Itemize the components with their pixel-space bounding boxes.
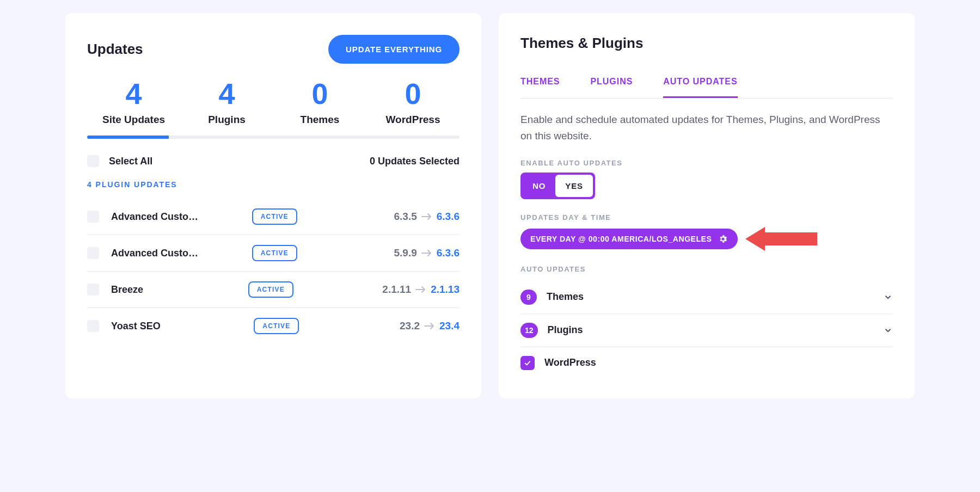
- plugin-update-row: Advanced Custo… ACTIVE 5.9.9 6.3.6: [87, 235, 460, 272]
- count-badge: 9: [520, 290, 537, 305]
- themes-plugins-title: Themes & Plugins: [520, 35, 893, 52]
- updates-selected-count: 0 Updates Selected: [370, 156, 460, 167]
- updates-title: Updates: [87, 41, 143, 58]
- toggle-yes[interactable]: YES: [555, 175, 593, 197]
- tab-auto-updates[interactable]: AUTO UPDATES: [663, 67, 737, 98]
- themes-plugins-tabs: THEMES PLUGINS AUTO UPDATES: [520, 67, 893, 99]
- version-to: 2.1.13: [431, 284, 460, 296]
- toggle-no[interactable]: NO: [523, 175, 555, 197]
- themes-plugins-card: Themes & Plugins THEMES PLUGINS AUTO UPD…: [499, 13, 915, 398]
- stat-plugins[interactable]: 4 Plugins: [180, 79, 273, 126]
- enable-auto-updates-label: ENABLE AUTO UPDATES: [520, 159, 893, 167]
- plugin-name: Yoast SEO: [111, 321, 204, 332]
- version-to: 23.4: [439, 320, 460, 332]
- arrow-right-icon: [421, 249, 432, 257]
- select-all-checkbox[interactable]: [87, 155, 99, 167]
- version-from: 6.3.5: [394, 211, 416, 223]
- active-badge: ACTIVE: [252, 208, 297, 225]
- plugin-checkbox[interactable]: [87, 284, 99, 296]
- stat-value: 0: [273, 79, 366, 108]
- wordpress-checkbox[interactable]: [520, 356, 535, 370]
- stat-value: 4: [180, 79, 273, 108]
- plugin-version: 5.9.9 6.3.6: [394, 247, 460, 259]
- plugin-checkbox[interactable]: [87, 211, 99, 223]
- stat-label: Site Updates: [87, 114, 180, 126]
- active-badge: ACTIVE: [248, 281, 293, 298]
- select-all-label: Select All: [109, 156, 152, 167]
- auto-updates-item-label: Plugins: [548, 324, 583, 336]
- auto-updates-item-label: WordPress: [544, 357, 596, 368]
- auto-updates-row-wordpress[interactable]: WordPress: [520, 347, 893, 379]
- stat-label: Plugins: [180, 114, 273, 126]
- plugin-checkbox[interactable]: [87, 247, 99, 259]
- stat-wordpress[interactable]: 0 WordPress: [366, 79, 460, 126]
- stat-site-updates[interactable]: 4 Site Updates: [87, 79, 180, 126]
- count-badge: 12: [520, 323, 538, 338]
- active-badge: ACTIVE: [254, 318, 299, 334]
- updates-card: Updates UPDATE EVERYTHING 4 Site Updates…: [65, 13, 481, 398]
- active-badge: ACTIVE: [252, 245, 297, 261]
- plugin-checkbox[interactable]: [87, 320, 99, 332]
- version-to: 6.3.6: [437, 247, 460, 259]
- enable-auto-updates-toggle[interactable]: NO YES: [520, 173, 595, 199]
- plugin-update-row: Advanced Custo… ACTIVE 6.3.5 6.3.6: [87, 199, 460, 235]
- auto-updates-list: 9 Themes 12 Plugins WordPress: [520, 281, 893, 379]
- plugin-update-row: Yoast SEO ACTIVE 23.2 23.4: [87, 308, 460, 344]
- arrow-right-icon: [424, 322, 435, 330]
- version-from: 23.2: [400, 320, 420, 332]
- tab-themes[interactable]: THEMES: [520, 67, 560, 98]
- tab-plugins[interactable]: PLUGINS: [590, 67, 633, 98]
- update-everything-button[interactable]: UPDATE EVERYTHING: [328, 35, 460, 64]
- plugin-name: Advanced Custo…: [111, 248, 204, 259]
- stat-value: 4: [87, 79, 180, 108]
- annotation-arrow: [745, 227, 817, 251]
- check-icon: [523, 359, 532, 367]
- chevron-down-icon: [883, 325, 893, 335]
- arrow-right-icon: [421, 213, 432, 220]
- arrow-right-icon: [415, 286, 426, 293]
- version-from: 2.1.11: [382, 284, 411, 296]
- stat-label: WordPress: [366, 114, 460, 126]
- plugin-version: 23.2 23.4: [400, 320, 460, 332]
- chevron-down-icon: [883, 292, 893, 302]
- auto-updates-row-themes[interactable]: 9 Themes: [520, 281, 893, 314]
- auto-updates-label: AUTO UPDATES: [520, 265, 893, 273]
- plugin-updates-heading: 4 PLUGIN UPDATES: [87, 180, 460, 189]
- plugin-updates-list: Advanced Custo… ACTIVE 6.3.5 6.3.6 Advan…: [87, 199, 460, 344]
- stat-themes[interactable]: 0 Themes: [273, 79, 366, 126]
- version-from: 5.9.9: [394, 247, 416, 259]
- gear-icon: [718, 234, 728, 244]
- plugin-name: Advanced Custo…: [111, 211, 204, 223]
- plugin-version: 2.1.11 2.1.13: [382, 284, 460, 296]
- plugin-name: Breeze: [111, 284, 204, 296]
- schedule-button[interactable]: EVERY DAY @ 00:00 AMERICA/LOS_ANGELES: [520, 229, 738, 249]
- updates-day-time-label: UPDATES DAY & TIME: [520, 213, 893, 222]
- stat-label: Themes: [273, 114, 366, 126]
- auto-updates-item-label: Themes: [547, 291, 584, 303]
- version-to: 6.3.6: [437, 211, 460, 223]
- plugin-version: 6.3.5 6.3.6: [394, 211, 460, 223]
- stat-value: 0: [366, 79, 460, 108]
- plugin-update-row: Breeze ACTIVE 2.1.11 2.1.13: [87, 272, 460, 308]
- auto-updates-row-plugins[interactable]: 12 Plugins: [520, 314, 893, 347]
- schedule-value: EVERY DAY @ 00:00 AMERICA/LOS_ANGELES: [530, 235, 712, 243]
- updates-progress: [87, 136, 460, 139]
- updates-stats: 4 Site Updates 4 Plugins 0 Themes 0 Word…: [87, 79, 460, 126]
- auto-updates-description: Enable and schedule automated updates fo…: [520, 112, 893, 145]
